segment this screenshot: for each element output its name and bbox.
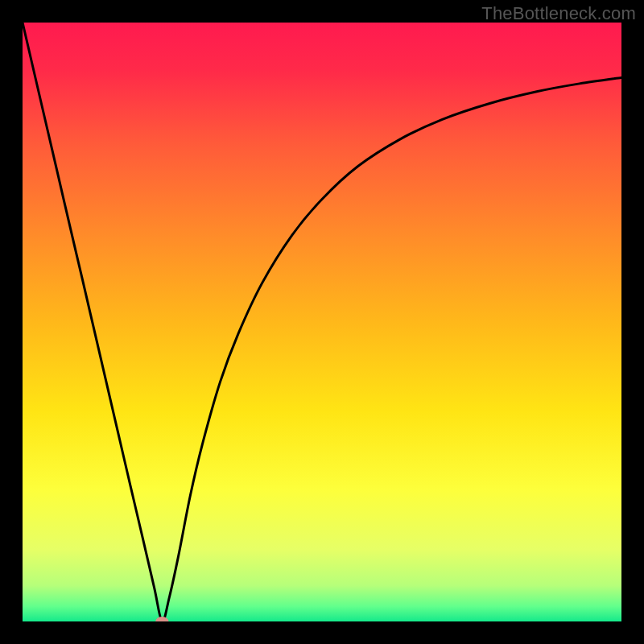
gradient-background — [23, 23, 621, 621]
chart-frame — [23, 23, 621, 621]
bottleneck-chart — [23, 23, 621, 621]
watermark-text: TheBottleneck.com — [481, 3, 636, 24]
